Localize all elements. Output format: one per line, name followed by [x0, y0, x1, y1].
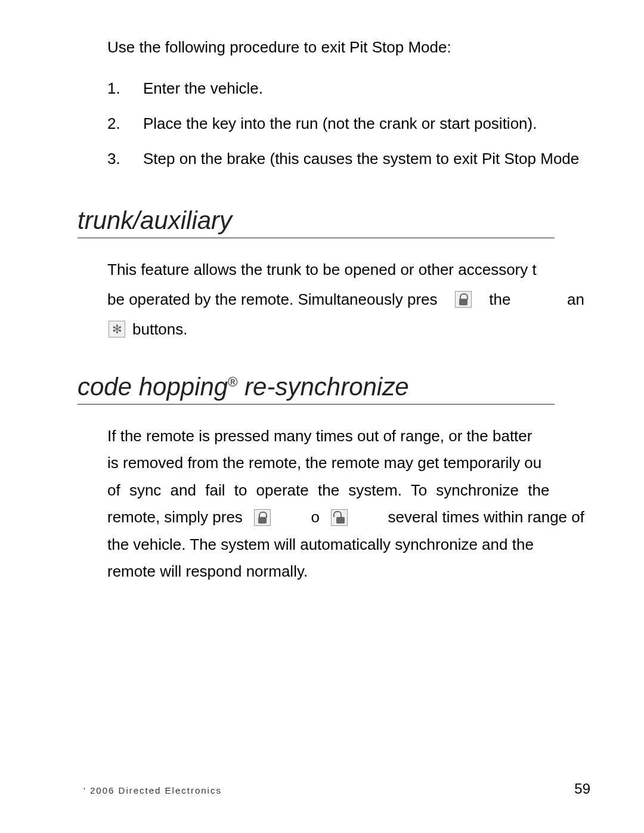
body-text: remote, simply pres	[107, 504, 243, 531]
sync-paragraph: If the remote is pressed many times out …	[107, 423, 590, 586]
star-icon	[109, 321, 125, 337]
page-footer: ' 2006 Directed Electronics 59	[83, 781, 590, 797]
body-text: be operated by the remote. Simultaneousl…	[107, 286, 438, 312]
body-text: If the remote is pressed many times out …	[107, 423, 590, 450]
copyright-text: ' 2006 Directed Electronics	[83, 785, 222, 795]
list-text: Step on the brake (this causes the syste…	[143, 147, 644, 171]
body-text-row: remote, simply pres o several times with…	[107, 504, 584, 531]
body-text-row: buttons.	[107, 316, 590, 342]
body-text: several times within range of	[388, 504, 584, 531]
heading-part: code hopping	[78, 373, 228, 401]
body-text: of sync and fail to operate the system. …	[107, 477, 549, 504]
body-text: This feature allows the trunk to be open…	[107, 256, 590, 283]
list-item: 2. Place the key into the run (not the c…	[107, 112, 644, 135]
list-item: 1. Enter the vehicle.	[107, 77, 644, 100]
list-number: 2.	[107, 112, 143, 135]
unlock-icon	[331, 509, 348, 526]
heading-trunk-auxiliary: trunk/auxiliary	[78, 206, 555, 239]
page-number: 59	[574, 781, 590, 797]
body-text-row: be operated by the remote. Simultaneousl…	[107, 286, 584, 312]
trunk-paragraph: This feature allows the trunk to be open…	[107, 256, 590, 343]
lock-icon	[455, 291, 472, 308]
body-text: of sync and fail to operate the system. …	[107, 477, 590, 504]
lock-icon	[254, 509, 271, 526]
list-item: 3. Step on the brake (this causes the sy…	[107, 147, 644, 171]
list-number: 3.	[107, 147, 143, 171]
heading-code-hopping: code hopping® re-synchronize	[78, 373, 555, 405]
body-text: an	[567, 286, 584, 312]
list-text: Enter the vehicle.	[143, 77, 644, 100]
body-text: o	[311, 504, 319, 531]
registered-symbol: ®	[228, 374, 237, 389]
body-text: buttons.	[132, 316, 188, 342]
body-text: the	[489, 286, 510, 312]
heading-part: re-synchronize	[237, 373, 408, 401]
list-number: 1.	[107, 77, 143, 100]
body-text: remote will respond normally.	[107, 558, 590, 586]
body-text: is removed from the remote, the remote m…	[107, 450, 590, 477]
list-text: Place the key into the run (not the cran…	[143, 112, 644, 135]
page-content: Use the following procedure to exit Pit …	[0, 0, 644, 586]
intro-text: Use the following procedure to exit Pit …	[107, 36, 644, 59]
procedure-list: 1. Enter the vehicle. 2. Place the key i…	[107, 77, 644, 171]
body-text: the vehicle. The system will automatical…	[107, 531, 590, 559]
